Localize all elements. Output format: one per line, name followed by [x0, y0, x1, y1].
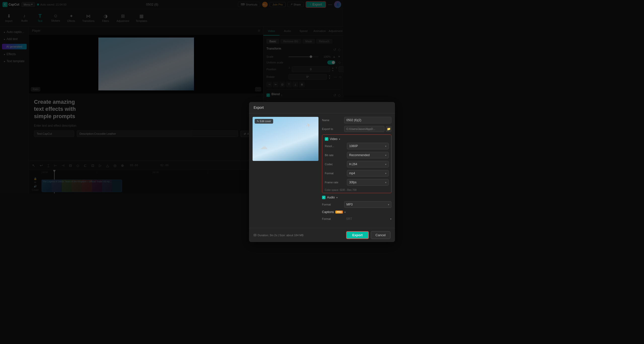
preview-plane-icon: ✈ — [305, 121, 312, 129]
framerate-row: Frame rate 30fps ▾ — [325, 179, 344, 186]
name-row: Name — [322, 117, 344, 123]
video-section-box: ✓ Video ▾ Resol... 1080P ▾ Bit r — [322, 134, 344, 193]
video-check-icon[interactable]: ✓ — [325, 137, 328, 141]
resolution-row: Resol... 1080P ▾ — [325, 143, 344, 149]
modal-body: ✈ ☁ ✎ Edit cover Name Export to — [249, 113, 344, 193]
video-section-title: Video — [330, 137, 337, 141]
format-row: Format mp4 ▾ — [325, 170, 344, 177]
export-to-label: Export to — [322, 127, 342, 130]
resolution-label: Resol... — [325, 145, 344, 148]
modal-title: Export — [254, 106, 264, 110]
modal-header: Export — [249, 102, 344, 113]
modal-preview: ✈ ☁ ✎ Edit cover — [249, 113, 322, 193]
bitrate-row: Bit rate Recommended ▾ — [325, 152, 344, 158]
modal-overlay: Export ✈ ☁ ✎ Edit cover Name — [0, 0, 344, 193]
export-modal: Export ✈ ☁ ✎ Edit cover Name — [249, 102, 344, 193]
edit-cover-label: Edit cover — [260, 120, 271, 123]
export-to-row: Export to C:/Users/Jason/AppD... 📁 — [322, 126, 344, 132]
framerate-label: Frame rate — [325, 181, 344, 184]
colorspace-note: Color space: SDR - Rec.709 — [325, 188, 344, 191]
video-section-arrow-icon[interactable]: ▾ — [339, 138, 340, 141]
video-format-label: Format — [325, 172, 344, 175]
bitrate-label: Bit rate — [325, 154, 344, 157]
edit-cover-button[interactable]: ✎ Edit cover — [255, 119, 273, 124]
modal-settings: Name Export to C:/Users/Jason/AppD... 📁 … — [322, 113, 344, 193]
edit-icon: ✎ — [257, 120, 259, 123]
codec-row: Codec H.264 ▾ — [325, 161, 344, 167]
codec-label: Codec — [325, 163, 344, 166]
video-section-header: ✓ Video ▾ — [325, 137, 344, 141]
preview-cloud-icon: ☁ — [260, 142, 268, 151]
name-label: Name — [322, 119, 342, 122]
